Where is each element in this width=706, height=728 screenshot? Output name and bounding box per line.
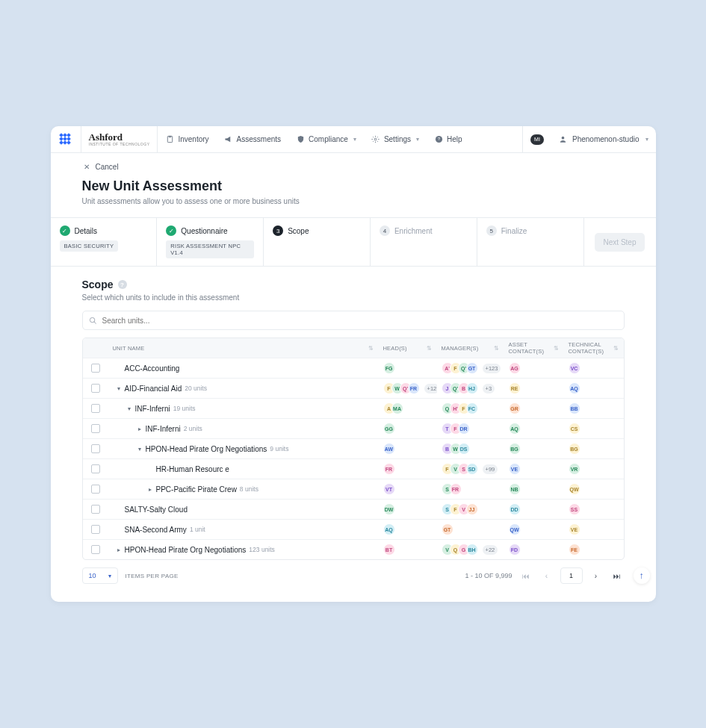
search-input[interactable] xyxy=(102,317,618,325)
avatar[interactable]: VE xyxy=(509,463,521,475)
avatar[interactable]: GT xyxy=(466,362,478,374)
col-managers[interactable]: MANAGER(S)⇅ xyxy=(437,345,504,352)
table-row[interactable]: ▾INF-Inferni19 unitsAMAQH'FFCGRBB xyxy=(83,398,624,418)
caret-down-icon[interactable]: ▾ xyxy=(126,405,132,412)
row-checkbox[interactable] xyxy=(91,444,100,453)
avatar[interactable]: FE xyxy=(569,544,580,556)
avatar[interactable]: MA xyxy=(391,402,403,414)
avatar[interactable]: FC xyxy=(466,402,478,414)
caret-right-icon[interactable]: ▸ xyxy=(116,547,122,553)
search-box[interactable] xyxy=(82,311,625,330)
table-row[interactable]: SALTY-Salty CloudDWSFVJJDDSS xyxy=(83,499,624,519)
avatar[interactable]: QW xyxy=(569,483,580,495)
table-row[interactable]: ▸HPON-Head Pirate Org Negotiations123 un… xyxy=(83,539,624,559)
step-scope[interactable]: 3Scope xyxy=(264,218,371,266)
help-tip-icon[interactable]: ? xyxy=(118,280,127,289)
notif-badge[interactable]: MI xyxy=(530,134,544,145)
col-heads[interactable]: HEAD(S)⇅ xyxy=(379,345,437,352)
page-prev-icon[interactable]: ‹ xyxy=(539,568,554,583)
caret-right-icon[interactable]: ▸ xyxy=(137,426,143,432)
avatar[interactable]: DD xyxy=(509,503,521,515)
caret-down-icon[interactable]: ▾ xyxy=(116,385,122,392)
avatar[interactable]: NB xyxy=(509,483,521,495)
nav-help[interactable]: ? Help xyxy=(427,126,470,152)
avatar[interactable]: AW xyxy=(383,443,395,455)
step-questionnaire[interactable]: ✓Questionnaire RISK ASSESSMENT NPC V1.4 xyxy=(157,218,264,266)
table-row[interactable]: ACC-AccountingFGA'FQ'GT+123AGVC xyxy=(83,358,624,378)
avatar[interactable]: BB xyxy=(569,402,580,414)
avatar-overflow[interactable]: +123 xyxy=(483,364,501,373)
logo-cell[interactable] xyxy=(51,126,81,152)
avatar[interactable]: VC xyxy=(569,362,580,374)
col-unit[interactable]: UNIT NAME⇅ xyxy=(108,345,379,352)
avatar[interactable]: VR xyxy=(569,463,580,475)
table-row[interactable]: ▾HPON-Head Pirate Org Negotiations9 unit… xyxy=(83,438,624,458)
user-menu[interactable]: Phenomenon-studio ▾ xyxy=(551,126,656,152)
avatar-overflow[interactable]: +12 xyxy=(424,384,437,393)
row-checkbox[interactable] xyxy=(91,505,100,514)
next-step-button[interactable]: Next Step xyxy=(595,233,645,252)
avatar[interactable]: DR xyxy=(458,423,470,435)
caret-right-icon[interactable]: ▸ xyxy=(147,486,153,493)
avatar[interactable]: AQ xyxy=(383,523,395,535)
page-next-icon[interactable]: › xyxy=(589,568,604,583)
row-checkbox[interactable] xyxy=(91,384,100,393)
avatar[interactable]: FR xyxy=(383,463,395,475)
row-checkbox[interactable] xyxy=(91,485,100,494)
avatar[interactable]: GT xyxy=(442,523,453,535)
page-last-icon[interactable]: ⏭ xyxy=(610,568,625,583)
col-asset[interactable]: ASSET CONTACT(S)⇅ xyxy=(504,341,564,355)
row-checkbox[interactable] xyxy=(91,364,100,373)
avatar-overflow[interactable]: +99 xyxy=(483,464,498,474)
nav-inventory[interactable]: Inventory xyxy=(158,126,216,152)
caret-down-icon[interactable]: ▾ xyxy=(137,446,143,452)
table-row[interactable]: SNA-Second Army1 unitAQGTQWVE xyxy=(83,519,624,539)
row-checkbox[interactable] xyxy=(91,424,100,433)
table-row[interactable]: ▸INF-Inferni2 unitsGGTFDRAQCS xyxy=(83,418,624,438)
col-tech[interactable]: TECHNICAL CONTACT(S)⇅ xyxy=(564,341,624,355)
table-row[interactable]: HR-Human Resourc eFRFVSSD+99VEVR xyxy=(83,458,624,479)
page-first-icon[interactable]: ⏮ xyxy=(518,568,533,583)
avatar[interactable]: BH xyxy=(466,544,478,556)
avatar[interactable]: VE xyxy=(569,523,580,535)
row-checkbox[interactable] xyxy=(91,404,100,413)
row-checkbox[interactable] xyxy=(91,525,100,534)
avatar[interactable]: AQ xyxy=(569,382,580,394)
avatar-overflow[interactable]: +3 xyxy=(483,384,495,393)
row-checkbox[interactable] xyxy=(91,464,100,473)
scroll-top-button[interactable]: ↑ xyxy=(634,567,650,584)
avatar[interactable]: BG xyxy=(569,443,580,455)
row-checkbox[interactable] xyxy=(91,545,100,554)
table-row[interactable]: ▸PPC-Pacific Pirate Crew8 unitsVTSFRNBQW xyxy=(83,479,624,499)
avatar[interactable]: FG xyxy=(383,362,395,374)
avatar[interactable]: QW xyxy=(509,523,521,535)
avatar[interactable]: BT xyxy=(383,544,395,556)
per-page-select[interactable]: 10 ▾ xyxy=(82,567,118,584)
avatar[interactable]: CS xyxy=(569,423,580,435)
avatar[interactable]: JJ xyxy=(466,503,478,515)
table-row[interactable]: ▾AID-Financial Aid20 unitsFWQ'FR+12JQ'BH… xyxy=(83,378,624,398)
avatar[interactable]: FR xyxy=(450,483,462,495)
step-details[interactable]: ✓Details BASIC SECURITY xyxy=(51,218,158,266)
avatar[interactable]: VT xyxy=(383,483,395,495)
avatar[interactable]: GG xyxy=(383,423,395,435)
avatar[interactable]: RE xyxy=(509,382,521,394)
step-enrichment[interactable]: 4Enrichment xyxy=(371,218,477,266)
nav-assessments[interactable]: Assessments xyxy=(217,126,288,152)
avatar[interactable]: FD xyxy=(509,544,521,556)
avatar[interactable]: AG xyxy=(509,362,521,374)
avatar[interactable]: GR xyxy=(509,402,521,414)
avatar[interactable]: SS xyxy=(569,503,580,515)
avatar[interactable]: FR xyxy=(408,382,420,394)
avatar[interactable]: BG xyxy=(509,443,521,455)
avatar[interactable]: SD xyxy=(466,463,478,475)
avatar[interactable]: DS xyxy=(458,443,470,455)
avatar[interactable]: HJ xyxy=(466,382,478,394)
avatar[interactable]: AQ xyxy=(509,423,521,435)
nav-compliance[interactable]: Compliance ▾ xyxy=(288,126,364,152)
nav-settings[interactable]: Settings ▾ xyxy=(364,126,427,152)
brand-cell[interactable]: Ashford INSTITUTE OF TECHNOLOGY xyxy=(81,126,158,152)
avatar-overflow[interactable]: +22 xyxy=(483,545,498,555)
cancel-button[interactable]: ✕ Cancel xyxy=(51,153,656,171)
step-finalize[interactable]: 5Finalize xyxy=(477,218,584,266)
